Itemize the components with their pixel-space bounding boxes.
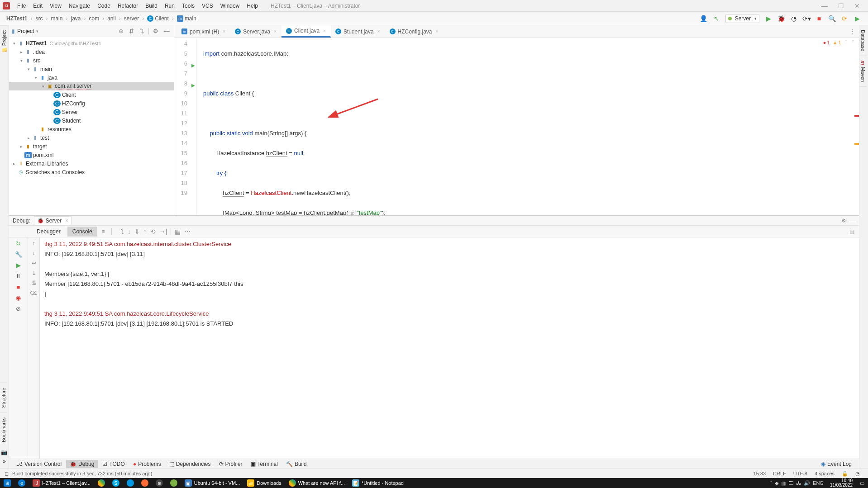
tree-hzconfig[interactable]: CHZConfig bbox=[9, 99, 174, 108]
tray-up-icon[interactable]: ˆ bbox=[770, 480, 772, 486]
stripe-maven-tab[interactable]: mMaven bbox=[859, 56, 867, 87]
tray-volume-icon[interactable]: 🔊 bbox=[804, 480, 810, 486]
breadcrumb[interactable]: anil bbox=[105, 14, 118, 23]
btab-terminal[interactable]: ▣ Terminal bbox=[247, 460, 281, 468]
stop-button[interactable]: ■ bbox=[814, 13, 825, 24]
down-icon[interactable]: ↓ bbox=[33, 250, 35, 256]
mute-breakpoints-icon[interactable]: ⊘ bbox=[14, 304, 23, 313]
close-icon[interactable]: × bbox=[377, 29, 380, 34]
btab-eventlog[interactable]: ◉ Event Log bbox=[817, 460, 855, 468]
scroll-end-icon[interactable]: ⤓ bbox=[32, 270, 36, 276]
gear-icon[interactable]: ⚙ bbox=[841, 218, 846, 224]
evaluate-icon[interactable]: ▦ bbox=[175, 228, 181, 235]
console-tab[interactable]: Console bbox=[67, 227, 97, 237]
add-user-icon[interactable]: 👤 bbox=[698, 13, 709, 24]
start-button[interactable]: ⊞ bbox=[0, 478, 14, 488]
memory-icon[interactable]: ◔ bbox=[855, 471, 860, 477]
soft-wrap-icon[interactable]: ↩ bbox=[32, 260, 36, 266]
taskbar-notifications[interactable]: ▭ bbox=[856, 478, 868, 488]
code-area[interactable]: import com.hazelcast.core.IMap; public c… bbox=[197, 38, 859, 215]
taskbar-intellij[interactable]: IJHZTest1 – Client.jav... bbox=[29, 478, 94, 488]
taskbar-skype[interactable]: S bbox=[109, 478, 123, 488]
expand-all-icon[interactable]: ⇵ bbox=[128, 28, 135, 34]
resume-icon[interactable]: ▶ bbox=[14, 261, 23, 269]
maximize-button[interactable]: ☐ bbox=[833, 2, 849, 9]
gutter[interactable]: 4 5 6 7 8 9 10 11 12 13 14 15 16 17 18 1… bbox=[174, 38, 197, 215]
taskbar-notepad[interactable]: 📝*Untitled - Notepad bbox=[348, 478, 407, 488]
ide-update-icon[interactable]: ▶ bbox=[852, 13, 863, 24]
menu-tools[interactable]: Tools bbox=[178, 1, 198, 11]
step-over-icon[interactable]: ⤵ bbox=[121, 228, 124, 235]
tree-external-libs[interactable]: ▸⫴External Libraries bbox=[9, 159, 174, 168]
run-config-selector[interactable]: Server bbox=[725, 14, 759, 23]
print-icon[interactable]: 🖶 bbox=[31, 280, 37, 286]
stripe-structure-tab[interactable]: Structure bbox=[0, 383, 7, 412]
readonly-icon[interactable]: 🔓 bbox=[842, 471, 848, 477]
back-icon[interactable]: ↖ bbox=[711, 13, 722, 24]
close-icon[interactable]: × bbox=[223, 29, 225, 34]
status-square-icon[interactable]: ◻ bbox=[5, 471, 9, 477]
menu-run[interactable]: Run bbox=[161, 1, 178, 11]
breadcrumb[interactable]: java bbox=[69, 14, 82, 23]
warning-indicator[interactable]: ▲ 1 bbox=[833, 40, 841, 45]
breadcrumb-class[interactable]: CClient bbox=[145, 14, 171, 23]
tray-icon[interactable]: ▥ bbox=[781, 480, 786, 486]
view-breakpoints-icon[interactable]: ◉ bbox=[14, 294, 23, 302]
taskbar-app4[interactable] bbox=[167, 478, 181, 488]
step-into-icon[interactable]: ↓ bbox=[128, 228, 131, 235]
force-step-into-icon[interactable]: ⇓ bbox=[134, 228, 140, 235]
taskbar-app2[interactable] bbox=[138, 478, 152, 488]
tray-icon[interactable]: 🗔 bbox=[788, 480, 793, 486]
run-to-cursor-icon[interactable]: →| bbox=[159, 228, 167, 235]
btab-vcs[interactable]: ⎇ Version Control bbox=[13, 460, 65, 468]
tab-hzconfig[interactable]: CHZConfig.java× bbox=[385, 25, 444, 38]
tree-scratches[interactable]: ◎Scratches and Consoles bbox=[9, 168, 174, 176]
collapse-all-icon[interactable]: ⇅ bbox=[138, 28, 146, 34]
tree-package[interactable]: ▾▣com.anil.server bbox=[9, 82, 174, 90]
profile-button[interactable]: ⟳▾ bbox=[801, 13, 812, 24]
tree-test[interactable]: ▸▮test bbox=[9, 133, 174, 142]
tree-main[interactable]: ▾▮main bbox=[9, 65, 174, 73]
breadcrumb[interactable]: server bbox=[122, 14, 141, 23]
stripe-database-tab[interactable]: Database bbox=[859, 25, 867, 56]
stripe-camera-icon[interactable]: 📷 bbox=[1, 449, 8, 456]
project-tree[interactable]: ▾▮HZTest1C:\dovy\github\HZTest1 ▸▮.idea … bbox=[9, 37, 174, 178]
layout-icon[interactable]: ▤ bbox=[845, 228, 859, 235]
btab-profiler[interactable]: ⟳ Profiler bbox=[215, 460, 246, 468]
btab-todo[interactable]: ☑ TODO bbox=[99, 460, 128, 468]
close-icon[interactable]: × bbox=[274, 29, 277, 34]
tab-server[interactable]: CServer.java× bbox=[230, 25, 281, 38]
btab-debug[interactable]: 🐞Debug bbox=[66, 460, 98, 468]
file-encoding[interactable]: UTF-8 bbox=[793, 471, 807, 476]
menu-navigate[interactable]: Navigate bbox=[65, 1, 94, 11]
trace-icon[interactable]: ⋯ bbox=[184, 228, 191, 235]
menu-window[interactable]: Window bbox=[217, 1, 243, 11]
menu-file[interactable]: File bbox=[14, 1, 29, 11]
run-button[interactable]: ▶ bbox=[763, 13, 774, 24]
taskbar-chrome[interactable] bbox=[94, 478, 109, 488]
caret-position[interactable]: 15:33 bbox=[754, 471, 766, 476]
tree-target[interactable]: ▸▮target bbox=[9, 142, 174, 151]
tree-java[interactable]: ▾▮java bbox=[9, 73, 174, 82]
drop-frame-icon[interactable]: ⟲ bbox=[150, 228, 156, 235]
menu-help[interactable]: Help bbox=[243, 1, 262, 11]
debug-config-tab[interactable]: 🐞Server× bbox=[34, 216, 72, 225]
stripe-project-tab[interactable]: 📁Project bbox=[0, 25, 8, 58]
sync-icon[interactable]: ⟳ bbox=[839, 13, 850, 24]
btab-build[interactable]: 🔨 Build bbox=[282, 460, 310, 468]
pause-icon[interactable]: ⏸ bbox=[14, 272, 23, 280]
taskbar-app3[interactable]: ⊕ bbox=[152, 478, 167, 488]
breadcrumb-root[interactable]: HZTest1 bbox=[5, 14, 29, 23]
step-out-icon[interactable]: ↑ bbox=[143, 228, 147, 235]
menu-build[interactable]: Build bbox=[142, 1, 161, 11]
indent-status[interactable]: 4 spaces bbox=[815, 471, 835, 476]
btab-deps[interactable]: ⬚ Dependencies bbox=[166, 460, 215, 468]
debugger-tab[interactable]: Debugger bbox=[32, 227, 66, 237]
breadcrumb[interactable]: main bbox=[49, 14, 64, 23]
project-view-label[interactable]: Project bbox=[17, 28, 34, 34]
tray-lang[interactable]: ENG bbox=[813, 480, 824, 486]
coverage-button[interactable]: ◔ bbox=[788, 13, 799, 24]
menu-vcs[interactable]: VCS bbox=[198, 1, 217, 11]
tab-pom[interactable]: mpom.xml (H)× bbox=[177, 25, 230, 38]
taskbar-app1[interactable] bbox=[123, 478, 138, 488]
